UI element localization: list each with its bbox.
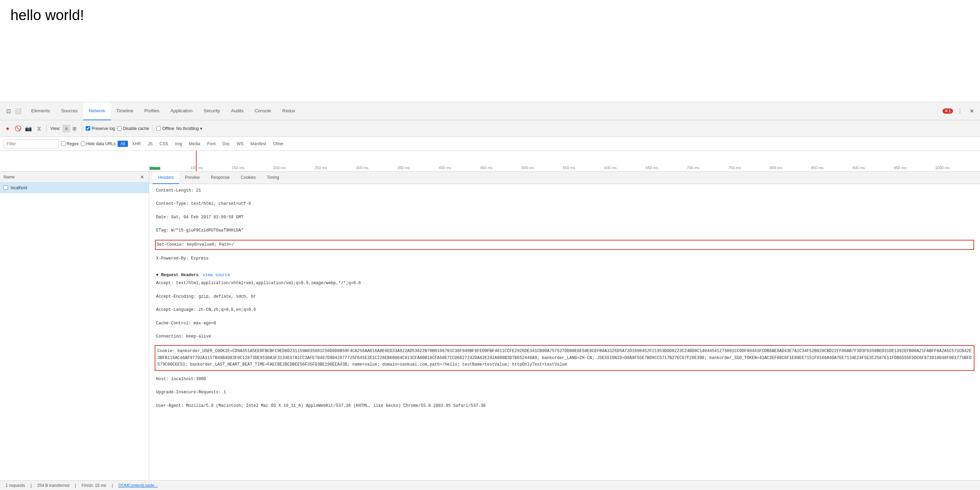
tab-application[interactable]: Application xyxy=(165,102,198,120)
details-tabs: Headers Preview Response Cookies Timing xyxy=(149,171,980,184)
tab-profiles[interactable]: Profiles xyxy=(139,102,165,120)
page-heading: hello world! xyxy=(10,7,970,24)
timeline-label: 900 ms xyxy=(853,166,894,171)
timeline-label: 750 ms xyxy=(728,166,770,171)
tab-elements[interactable]: Elements xyxy=(25,102,56,120)
timeline-label: 550 ms xyxy=(563,166,604,171)
preserve-log-group: Preserve log xyxy=(86,126,115,131)
request-headers-section[interactable]: ▼ Request Headers view source xyxy=(156,272,973,279)
dom-content-loaded-link[interactable]: DOMContentLoade... xyxy=(119,483,158,488)
filter-input[interactable] xyxy=(3,139,59,148)
main-page: hello world! xyxy=(0,0,980,97)
toolbar-separator-2 xyxy=(82,124,82,133)
response-headers-list: Content-Length: 21Content-Type: text/htm… xyxy=(156,187,973,268)
regex-label[interactable]: Regex xyxy=(67,141,79,146)
tab-preview[interactable]: Preview xyxy=(179,171,205,184)
status-separator-1: | xyxy=(30,483,32,488)
request-checkbox[interactable] xyxy=(3,186,8,190)
regex-checkbox[interactable] xyxy=(61,141,65,146)
timeline-label: 350 ms xyxy=(398,166,439,171)
devtools-right-actions: ✕ 1 ⋮ ✕ xyxy=(943,106,977,116)
status-separator-3: | xyxy=(112,483,113,488)
request-headers-label: ▼ Request Headers xyxy=(156,272,198,279)
view-icons: ≡ ⊞ xyxy=(62,125,78,132)
disable-cache-group: Disable cache xyxy=(117,126,149,131)
hide-data-checkbox[interactable] xyxy=(81,141,85,146)
filter-type-manifest[interactable]: Manifest xyxy=(248,141,269,147)
tab-timing[interactable]: Timing xyxy=(261,171,285,184)
tab-audits[interactable]: Audits xyxy=(225,102,249,120)
response-header-line: Date: Sat, 04 Feb 2017 03:09:59 GMT xyxy=(156,214,973,221)
tab-headers[interactable]: Headers xyxy=(153,171,179,184)
close-devtools-icon[interactable]: ✕ xyxy=(967,106,977,116)
request-headers-list: Accept: text/html,application/xhtml+xml,… xyxy=(156,280,973,416)
devtools-panel: ⊡ ⬜ Elements Sources Network Timeline Pr… xyxy=(0,102,980,490)
offline-label[interactable]: Offline xyxy=(162,126,174,131)
timeline-label: 600 ms xyxy=(604,166,645,171)
filter-type-xhr[interactable]: XHR xyxy=(129,141,143,147)
offline-group: Offline xyxy=(156,126,174,131)
disable-cache-label[interactable]: Disable cache xyxy=(123,126,149,131)
tab-redux[interactable]: Redux xyxy=(277,102,301,120)
filter-type-media[interactable]: Media xyxy=(186,141,203,147)
timeline-label: 650 ms xyxy=(646,166,687,171)
tab-sources[interactable]: Sources xyxy=(56,102,83,120)
tab-cookies[interactable]: Cookies xyxy=(235,171,261,184)
timeline-label: 300 ms xyxy=(356,166,397,171)
clear-button[interactable]: 🚫 xyxy=(14,124,22,133)
details-panel: Headers Preview Response Cookies Timing xyxy=(149,171,980,480)
timeline-label: 700 ms xyxy=(687,166,728,171)
throttle-arrow-icon: ▾ xyxy=(200,126,202,131)
view-label: View: xyxy=(50,126,60,131)
dom-content-loaded-marker xyxy=(196,151,197,171)
timeline-label: 250 ms xyxy=(315,166,356,171)
device-mode-icon[interactable]: ⬜ xyxy=(13,106,23,116)
name-column-header: Name xyxy=(3,174,139,179)
disable-cache-checkbox[interactable] xyxy=(117,126,122,131)
filter-type-all[interactable]: All xyxy=(118,141,127,147)
request-timing-bar xyxy=(150,167,160,170)
tab-response[interactable]: Response xyxy=(205,171,235,184)
throttle-select[interactable]: No throttling ▾ xyxy=(176,126,202,131)
filter-type-js[interactable]: JS xyxy=(145,141,155,147)
status-bar: 1 requests | 254 B transferred | Finish:… xyxy=(0,480,980,490)
preserve-log-checkbox[interactable] xyxy=(86,126,90,131)
detail-view-icon[interactable]: ⊞ xyxy=(71,125,78,132)
filter-type-ws[interactable]: WS xyxy=(234,141,246,147)
cookie-header-block: Cookie: bankorder_USER_COOKIE=CD9A351A5E… xyxy=(156,347,973,369)
request-item-localhost[interactable]: localhost xyxy=(0,182,149,193)
tab-network[interactable]: Network xyxy=(83,102,111,120)
request-header-line: Connection: keep-alive xyxy=(156,333,973,340)
response-header-line: Content-Type: text/html; charset=utf-8 xyxy=(156,201,973,207)
request-header-line: User-Agent: Mozilla/5.0 (Macintosh; Inte… xyxy=(156,403,973,409)
more-options-icon[interactable]: ⋮ xyxy=(955,106,965,116)
filter-type-other[interactable]: Other xyxy=(270,141,286,147)
filter-icon[interactable]: ⧖ xyxy=(35,124,43,133)
request-header-line: Accept: text/html,application/xhtml+xml,… xyxy=(156,280,973,287)
list-view-icon[interactable]: ≡ xyxy=(62,125,70,132)
tab-console[interactable]: Console xyxy=(249,102,277,120)
offline-checkbox[interactable] xyxy=(156,126,161,131)
devtools-toolbar-icons: ⊡ ⬜ xyxy=(3,106,23,116)
view-source-link[interactable]: view source xyxy=(202,272,230,279)
timeline-labels: 50 ms100 ms150 ms200 ms250 ms300 ms350 m… xyxy=(0,166,980,171)
capture-screenshots-button[interactable]: 📷 xyxy=(24,124,33,133)
request-list-header: Name ✕ xyxy=(0,171,149,182)
preserve-log-label[interactable]: Preserve log xyxy=(92,126,115,131)
filter-type-css[interactable]: CSS xyxy=(157,141,171,147)
tab-security[interactable]: Security xyxy=(198,102,225,120)
timeline-label: 400 ms xyxy=(439,166,480,171)
tab-timeline[interactable]: Timeline xyxy=(111,102,139,120)
inspect-element-icon[interactable]: ⊡ xyxy=(3,106,13,116)
hide-data-group: Hide data URLs xyxy=(81,141,116,146)
timeline-label: 850 ms xyxy=(811,166,853,171)
toolbar-separator-3 xyxy=(153,124,153,133)
filter-type-img[interactable]: Img xyxy=(172,141,185,147)
content-area: Name ✕ localhost Headers Preview Respons… xyxy=(0,171,980,480)
hide-data-label[interactable]: Hide data URLs xyxy=(86,141,116,146)
close-details-button[interactable]: ✕ xyxy=(139,174,145,180)
filter-type-doc[interactable]: Doc xyxy=(220,141,233,147)
filter-type-font[interactable]: Font xyxy=(205,141,218,147)
record-button[interactable]: ● xyxy=(3,124,12,133)
timeline-label: 1000 ms xyxy=(935,166,977,171)
